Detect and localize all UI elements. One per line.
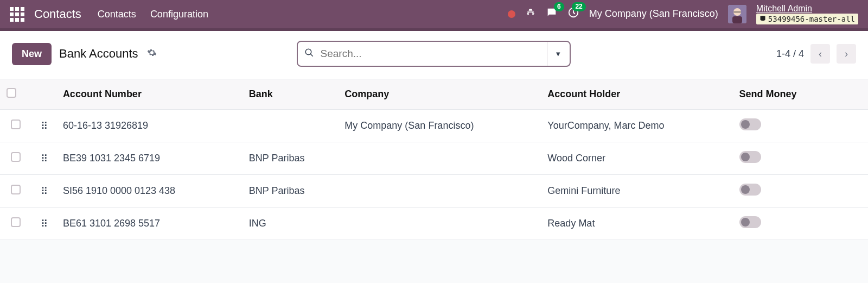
- svg-point-6: [305, 49, 311, 55]
- gear-icon[interactable]: [147, 48, 157, 60]
- drag-handle-icon[interactable]: ⠿: [41, 153, 48, 164]
- breadcrumb: Bank Accounts: [59, 47, 138, 61]
- cell-account-holder[interactable]: YourCompany, Marc Demo: [541, 110, 732, 142]
- cell-company[interactable]: [338, 142, 541, 175]
- cell-account-holder[interactable]: Ready Mat: [541, 207, 732, 240]
- row-checkbox[interactable]: [11, 152, 21, 162]
- cell-bank[interactable]: ING: [242, 207, 339, 240]
- caret-down-icon: ▾: [556, 49, 560, 59]
- cell-account-number[interactable]: 60-16-13 31926819: [56, 110, 242, 142]
- row-checkbox[interactable]: [11, 185, 21, 194]
- send-money-toggle[interactable]: [739, 216, 761, 228]
- avatar[interactable]: [728, 5, 746, 23]
- search-input[interactable]: [321, 48, 547, 60]
- pager-prev-button[interactable]: ‹: [810, 44, 830, 64]
- cell-company[interactable]: [338, 175, 541, 207]
- svg-line-7: [310, 54, 313, 56]
- database-icon: [760, 15, 766, 23]
- main-navbar: Contacts Contacts Configuration 6 22 My …: [0, 0, 868, 31]
- new-button[interactable]: New: [12, 43, 52, 65]
- send-money-toggle[interactable]: [739, 151, 761, 163]
- cell-company[interactable]: My Company (San Francisco): [338, 110, 541, 142]
- company-switcher[interactable]: My Company (San Francisco): [589, 8, 718, 20]
- pager-text[interactable]: 1-4 / 4: [776, 48, 804, 60]
- cell-account-holder[interactable]: Gemini Furniture: [541, 175, 732, 207]
- table-header-row: Account Number Bank Company Account Hold…: [0, 79, 868, 110]
- chevron-right-icon: ›: [845, 48, 848, 59]
- column-account-holder[interactable]: Account Holder: [541, 79, 732, 110]
- send-money-toggle[interactable]: [739, 118, 761, 130]
- svg-rect-3: [732, 16, 742, 23]
- database-name: 53499456-master-all: [768, 15, 855, 23]
- cell-company[interactable]: [338, 207, 541, 240]
- select-all-checkbox[interactable]: [7, 88, 16, 98]
- menu-configuration[interactable]: Configuration: [150, 9, 208, 20]
- column-bank[interactable]: Bank: [242, 79, 339, 110]
- table-row[interactable]: ⠿BE39 1031 2345 6719BNP ParibasWood Corn…: [0, 142, 868, 175]
- activities-button[interactable]: 22: [567, 7, 579, 21]
- user-name[interactable]: Mitchell Admin: [756, 4, 858, 14]
- chevron-left-icon: ‹: [819, 48, 822, 59]
- activities-badge: 22: [572, 2, 585, 11]
- search-dropdown-toggle[interactable]: ▾: [547, 42, 570, 66]
- debug-icon[interactable]: [525, 7, 536, 21]
- table-row[interactable]: ⠿60-16-13 31926819My Company (San Franci…: [0, 110, 868, 142]
- apps-icon[interactable]: [10, 7, 24, 22]
- row-checkbox[interactable]: [11, 217, 21, 227]
- cell-bank[interactable]: BNP Paribas: [242, 175, 339, 207]
- cell-account-number[interactable]: BE39 1031 2345 6719: [56, 142, 242, 175]
- svg-rect-4: [733, 11, 741, 13]
- bank-accounts-table: Account Number Bank Company Account Hold…: [0, 79, 868, 240]
- cell-bank[interactable]: BNP Paribas: [242, 142, 339, 175]
- table-row[interactable]: ⠿SI56 1910 0000 0123 438BNP ParibasGemin…: [0, 175, 868, 207]
- database-tag: 53499456-master-all: [756, 14, 858, 24]
- drag-handle-icon[interactable]: ⠿: [41, 121, 48, 131]
- recording-indicator-icon: [508, 10, 515, 18]
- user-block[interactable]: Mitchell Admin 53499456-master-all: [756, 4, 858, 24]
- messaging-button[interactable]: 6: [546, 7, 558, 21]
- control-panel: New Bank Accounts ▾ 1-4 / 4 ‹ ›: [0, 31, 868, 79]
- cell-account-number[interactable]: BE61 3101 2698 5517: [56, 207, 242, 240]
- pager-next-button[interactable]: ›: [837, 44, 856, 64]
- column-account-number[interactable]: Account Number: [56, 79, 242, 110]
- app-name[interactable]: Contacts: [34, 7, 81, 21]
- column-send-money[interactable]: Send Money: [733, 79, 868, 110]
- messages-badge: 6: [554, 2, 564, 11]
- send-money-toggle[interactable]: [739, 184, 761, 196]
- drag-handle-icon[interactable]: ⠿: [41, 218, 48, 229]
- cell-bank[interactable]: [242, 110, 339, 142]
- column-company[interactable]: Company: [338, 79, 541, 110]
- search-box[interactable]: ▾: [297, 41, 571, 67]
- row-checkbox[interactable]: [11, 120, 21, 129]
- drag-handle-icon[interactable]: ⠿: [41, 186, 48, 197]
- search-icon: [304, 48, 314, 60]
- pager: 1-4 / 4 ‹ ›: [776, 44, 856, 64]
- menu-contacts[interactable]: Contacts: [98, 9, 136, 20]
- table-row[interactable]: ⠿BE61 3101 2698 5517INGReady Mat: [0, 207, 868, 240]
- cell-account-number[interactable]: SI56 1910 0000 0123 438: [56, 175, 242, 207]
- cell-account-holder[interactable]: Wood Corner: [541, 142, 732, 175]
